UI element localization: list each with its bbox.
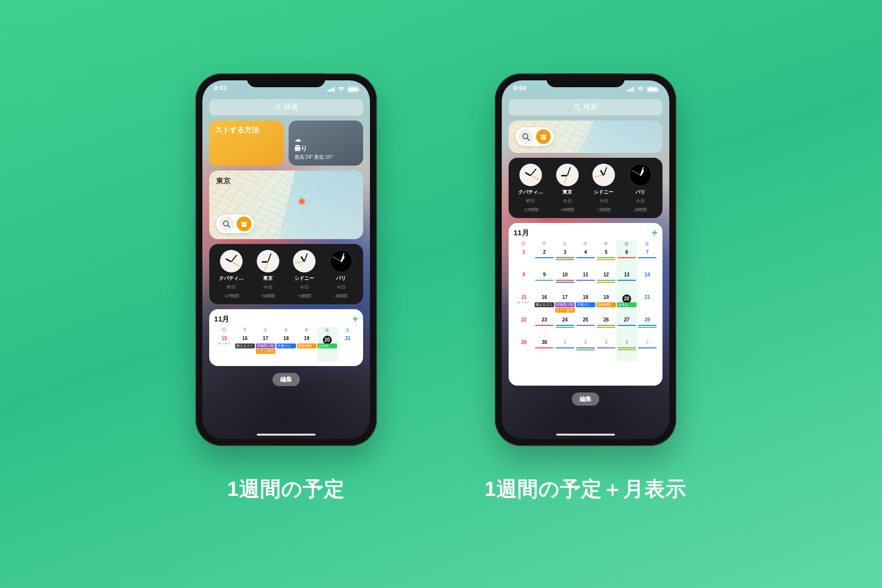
calendar-widget-week[interactable]: 11月 + 日月火水木金土15サッカー16燃えるゴミ17荷物受け取りピアノ教室1…: [209, 309, 363, 366]
map-food-button[interactable]: [237, 217, 251, 231]
calendar-cell[interactable]: 2: [575, 339, 596, 361]
home-indicator[interactable]: [257, 434, 316, 436]
clock-offset: -8時間: [335, 293, 347, 299]
calendar-event-bar: [576, 280, 595, 281]
calendar-cell[interactable]: 28: [637, 316, 658, 339]
calendar-cell[interactable]: 12: [596, 271, 616, 294]
tips-text: ストする方法: [215, 125, 259, 135]
calendar-cell[interactable]: 19動物病院: [596, 294, 616, 316]
calendar-cell[interactable]: 3: [596, 339, 616, 361]
calendar-cell[interactable]: 4: [616, 339, 637, 361]
clock-day: 今日: [599, 198, 608, 204]
calendar-cell[interactable]: 3: [555, 248, 575, 271]
calendar-cell[interactable]: 21: [637, 294, 658, 316]
calendar-dow: 水: [276, 327, 296, 335]
calendar-date: 14: [637, 272, 658, 277]
battery-icon: [347, 87, 358, 92]
calendar-date: 22: [514, 317, 534, 322]
status-time: 9:03: [214, 84, 227, 94]
calendar-event-bar: [597, 257, 615, 258]
calendar-event-bar: [597, 347, 615, 348]
calendar-dow: 日: [214, 327, 235, 335]
calendar-date: 28: [637, 317, 658, 322]
calendar-cell[interactable]: 4: [575, 248, 596, 271]
calendar-cell[interactable]: 18不燃ゴミ: [276, 335, 296, 362]
clock-day: 昨日: [227, 284, 236, 291]
calendar-date: 23: [534, 317, 555, 322]
calendar-cell[interactable]: 17荷物受け取りピアノ教室: [555, 294, 575, 316]
weather-hilo: 最高:24° 最低:15°: [294, 154, 357, 161]
tips-widget[interactable]: ストする方法: [209, 121, 284, 166]
calendar-cell[interactable]: 29: [514, 339, 534, 361]
search-input[interactable]: 検索: [509, 99, 662, 116]
calendar-event-chip: 荷物受け取り: [256, 343, 275, 348]
calendar-event-chip: 動物病院: [297, 343, 317, 348]
calendar-cell[interactable]: 19動物病院: [296, 335, 317, 362]
clock-item: クパティ…昨日-17時間: [513, 164, 549, 213]
weather-widget[interactable]: ☁︎ 曇り 最高:24° 最低:15°: [289, 121, 363, 166]
calendar-event-bar: [638, 257, 657, 258]
calendar-event-bar: [576, 257, 595, 258]
calendar-cell[interactable]: 5: [637, 339, 658, 361]
calendar-date: 2: [575, 340, 596, 345]
calendar-cell[interactable]: 13: [616, 271, 637, 294]
cloud-icon: ☁︎: [294, 135, 357, 143]
calendar-cell[interactable]: 30: [534, 339, 555, 361]
calendar-cell[interactable]: 8: [514, 271, 534, 294]
calendar-date: 15: [514, 294, 534, 300]
calendar-cell[interactable]: 20お休み: [616, 294, 637, 316]
search-icon: [274, 104, 281, 111]
calendar-cell[interactable]: 22: [514, 316, 534, 339]
calendar-cell[interactable]: 15サッカー: [214, 335, 235, 362]
map-food-button[interactable]: [536, 129, 551, 144]
calendar-add-button[interactable]: +: [652, 228, 658, 238]
calendar-cell[interactable]: 23: [534, 316, 555, 339]
calendar-widget-month[interactable]: 11月 + 日月火水木金土123456789101112131415サッカー16…: [509, 223, 662, 386]
calendar-cell[interactable]: 2: [534, 248, 555, 271]
maps-widget[interactable]: [509, 121, 662, 153]
calendar-cell[interactable]: 1: [514, 248, 534, 271]
maps-widget[interactable]: 東京: [209, 171, 363, 239]
calendar-cell[interactable]: 5: [596, 248, 616, 271]
map-search-button[interactable]: [219, 217, 234, 231]
calendar-event-chip: ピアノ教室: [256, 349, 275, 354]
calendar-cell[interactable]: 6: [616, 248, 637, 271]
calendar-date: 17: [555, 294, 575, 300]
calendar-cell[interactable]: 16燃えるゴミ: [235, 335, 255, 362]
edit-button[interactable]: 編集: [572, 392, 599, 406]
calendar-dow: 金: [317, 327, 338, 335]
calendar-cell[interactable]: 24: [555, 316, 575, 339]
calendar-cell[interactable]: 15サッカー: [514, 294, 534, 316]
phone-right: 9:04 検索: [495, 74, 676, 446]
calendar-cell[interactable]: 14: [637, 271, 658, 294]
search-input[interactable]: 検索: [209, 99, 363, 116]
world-clock-widget[interactable]: クパティ…昨日-17時間東京今日+0時間シドニー今日+2時間パリ今日-8時間: [209, 244, 363, 304]
home-indicator[interactable]: [556, 434, 615, 436]
calendar-cell[interactable]: 17荷物受け取りピアノ教室: [255, 335, 276, 362]
screen: 9:04 検索: [502, 80, 669, 439]
calendar-cell[interactable]: 1: [555, 339, 575, 361]
calendar-cell[interactable]: 25: [575, 316, 596, 339]
clock-day: 今日: [563, 198, 572, 204]
clock-face: [629, 164, 652, 186]
calendar-cell[interactable]: 18不燃ゴミ: [575, 294, 596, 316]
calendar-cell[interactable]: 9: [534, 271, 555, 294]
map-search-button[interactable]: [518, 129, 533, 144]
calendar-cell[interactable]: 10: [555, 271, 575, 294]
clock-city: 東京: [263, 275, 273, 282]
calendar-cell[interactable]: 27: [616, 316, 637, 339]
calendar-cell[interactable]: 20お休み: [317, 335, 338, 362]
calendar-cell[interactable]: 16燃えるゴミ: [534, 294, 555, 316]
calendar-cell[interactable]: 7: [637, 248, 658, 271]
calendar-add-button[interactable]: +: [352, 314, 358, 324]
calendar-cell[interactable]: 11: [575, 271, 596, 294]
calendar-event-bar: [617, 257, 636, 258]
calendar-cell[interactable]: 21: [338, 335, 358, 362]
calendar-date: 6: [616, 249, 637, 255]
calendar-date: 7: [637, 249, 658, 255]
calendar-cell[interactable]: 26: [596, 316, 616, 339]
world-clock-widget[interactable]: クパティ…昨日-17時間東京今日+0時間シドニー今日+2時間パリ今日-8時間: [509, 158, 662, 218]
edit-button[interactable]: 編集: [272, 373, 300, 386]
wifi-icon: [637, 86, 644, 93]
calendar-event-bar: [556, 347, 574, 348]
